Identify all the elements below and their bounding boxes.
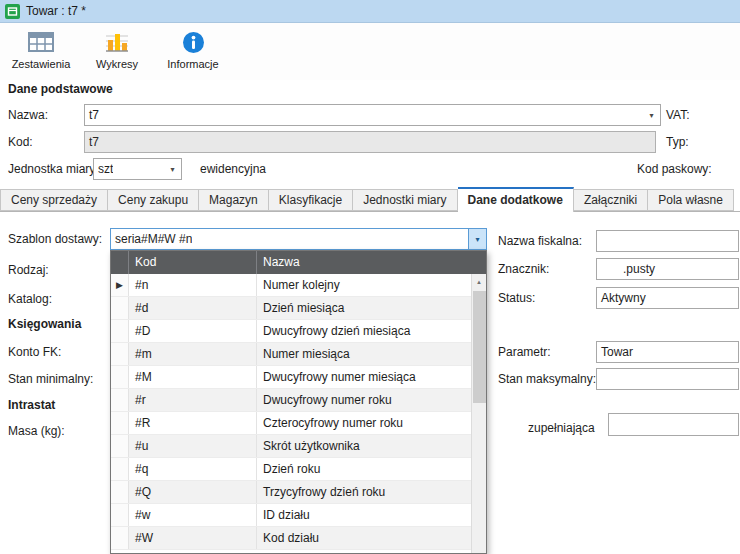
dropdown-row[interactable]: #W Kod działu [111, 527, 471, 550]
dropdown-rows: ▶ #n Numer kolejny #d Dzień miesiąca #D … [111, 274, 471, 550]
row-marker [111, 343, 129, 365]
nazwa-label: Nazwa: [8, 104, 48, 126]
row-kod: #D [129, 320, 257, 342]
tab-strip: Ceny sprzedaży Ceny zakupu Magazyn Klasy… [0, 187, 740, 212]
row-kod: #Q [129, 481, 257, 503]
dropdown-row[interactable]: #D Dwucyfrowy dzień miesiąca [111, 320, 471, 343]
stan-minimalny-label: Stan minimalny: [8, 368, 93, 390]
znacznik-label: Znacznik: [498, 258, 549, 280]
dropdown-row[interactable]: #Q Trzycyfrowy dzień roku [111, 481, 471, 504]
row-nazwa: Skrót użytkownika [257, 435, 471, 457]
row-kod: #r [129, 389, 257, 411]
dropdown-row[interactable]: #d Dzień miesiąca [111, 297, 471, 320]
masa-kg-label: Masa (kg): [8, 420, 65, 442]
konto-fk-label: Konto FK: [8, 341, 61, 363]
stan-maksymalny-label: Stan maksymalny: [498, 368, 596, 390]
section-title-intrastat: Intrastat [8, 394, 55, 416]
nazwa-fiskalna-field[interactable] [596, 230, 739, 252]
nazwa-uzupelniajaca-field[interactable] [608, 413, 739, 436]
dropdown-row[interactable]: #m Numer miesiąca [111, 343, 471, 366]
dropdown-scrollbar[interactable]: ▲ [471, 274, 486, 553]
row-kod: #n [129, 274, 257, 296]
row-kod: #d [129, 297, 257, 319]
dropdown-row[interactable]: #r Dwucyfrowy numer roku [111, 389, 471, 412]
row-marker [111, 481, 129, 503]
nazwa-combobox[interactable]: t7 ▾ [84, 104, 661, 126]
row-nazwa: Dwucyfrowy numer roku [257, 389, 471, 411]
row-nazwa: Czterocyfrowy numer roku [257, 412, 471, 434]
chevron-down-icon[interactable]: ▾ [643, 105, 660, 125]
jednostka-miary-label: Jednostka miary: [8, 158, 99, 180]
dropdown-row[interactable]: #R Czterocyfrowy numer roku [111, 412, 471, 435]
row-marker [111, 527, 129, 549]
kod-paskowy-label: Kod paskowy: [637, 158, 712, 180]
row-marker [111, 412, 129, 434]
status-combobox[interactable]: Aktywny [596, 287, 739, 309]
tab-klasyfikacje[interactable]: Klasyfikacje [269, 189, 353, 211]
row-nazwa: Numer kolejny [257, 274, 471, 296]
marker-column-header [111, 251, 129, 274]
scroll-up-icon[interactable]: ▲ [472, 274, 486, 290]
nazwa-fiskalna-label: Nazwa fiskalna: [498, 230, 582, 252]
tab-zalaczniki[interactable]: Załączniki [574, 189, 648, 211]
dropdown-header-row: Kod Nazwa [111, 251, 486, 274]
tab-magazyn[interactable]: Magazyn [199, 189, 269, 211]
jednostka-miary-value: szt [94, 159, 113, 179]
jednostka-miary-combobox[interactable]: szt ▾ [93, 158, 182, 180]
toolbar-label-informacje: Informacje [167, 58, 218, 70]
rodzaj-label: Rodzaj: [8, 259, 49, 281]
dropdown-row[interactable]: #w ID działu [111, 504, 471, 527]
column-header-kod: Kod [129, 251, 257, 274]
szablon-dostawy-value: seria#M#W #n [111, 229, 192, 249]
parametr-combobox[interactable]: Towar [596, 341, 739, 363]
tab-ceny-sprzedazy[interactable]: Ceny sprzedaży [0, 189, 108, 211]
szablon-dostawy-label: Szablon dostawy: [8, 228, 102, 250]
row-nazwa: Dzień roku [257, 458, 471, 480]
tab-jednostki-miary[interactable]: Jednostki miary [353, 189, 457, 211]
row-marker [111, 297, 129, 319]
row-nazwa: Kod działu [257, 527, 471, 549]
szablon-dostawy-combobox[interactable]: seria#M#W #n ▾ [110, 228, 487, 250]
dropdown-row[interactable]: #M Dwucyfrowy numer miesiąca [111, 366, 471, 389]
chevron-down-icon[interactable]: ▾ [468, 229, 486, 249]
row-kod: #R [129, 412, 257, 434]
row-marker [111, 458, 129, 480]
dropdown-row[interactable]: #q Dzień roku [111, 458, 471, 481]
row-nazwa: Trzycyfrowy dzień roku [257, 481, 471, 503]
row-nazwa: Dzień miesiąca [257, 297, 471, 319]
scrollbar-thumb[interactable] [473, 291, 486, 403]
table-icon [28, 29, 54, 55]
toolbar-button-wykresy[interactable]: Wykresy [86, 29, 148, 70]
toolbar-button-informacje[interactable]: Informacje [162, 29, 224, 70]
row-kod: #m [129, 343, 257, 365]
dropdown-row[interactable]: ▶ #n Numer kolejny [111, 274, 471, 297]
chevron-down-icon[interactable]: ▾ [164, 159, 181, 179]
typ-label: Typ: [666, 131, 689, 153]
row-marker [111, 366, 129, 388]
tab-ceny-zakupu[interactable]: Ceny zakupu [108, 189, 199, 211]
parametr-label: Parametr: [498, 341, 551, 363]
kod-value: t7 [89, 135, 99, 149]
title-bar: Towar : t7 * [0, 0, 740, 23]
app-icon [5, 4, 20, 19]
dropdown-row[interactable]: #u Skrót użytkownika [111, 435, 471, 458]
nazwa-uzupelniajaca-label: zupełniająca [528, 417, 595, 439]
znacznik-field[interactable]: .pusty [596, 258, 739, 280]
row-marker [111, 320, 129, 342]
znacznik-value: .pusty [623, 262, 655, 276]
ewidencyjna-label: ewidencyjna [200, 158, 266, 180]
toolbar: Zestawienia Wykresy Informacje [0, 23, 740, 80]
column-header-nazwa: Nazwa [257, 251, 486, 274]
tab-dane-dodatkowe[interactable]: Dane dodatkowe [458, 187, 574, 212]
row-nazwa: Dwucyfrowy numer miesiąca [257, 366, 471, 388]
row-nazwa: Numer miesiąca [257, 343, 471, 365]
toolbar-label-wykresy: Wykresy [96, 58, 138, 70]
szablon-dropdown-list: Kod Nazwa ▶ #n Numer kolejny #d Dzień mi… [110, 250, 487, 554]
stan-maksymalny-field[interactable] [596, 368, 739, 390]
status-label: Status: [498, 287, 535, 309]
row-marker [111, 389, 129, 411]
toolbar-button-zestawienia[interactable]: Zestawienia [10, 29, 72, 70]
tab-pola-wlasne[interactable]: Pola własne [648, 189, 734, 211]
row-marker [111, 435, 129, 457]
window-title: Towar : t7 * [26, 4, 86, 18]
